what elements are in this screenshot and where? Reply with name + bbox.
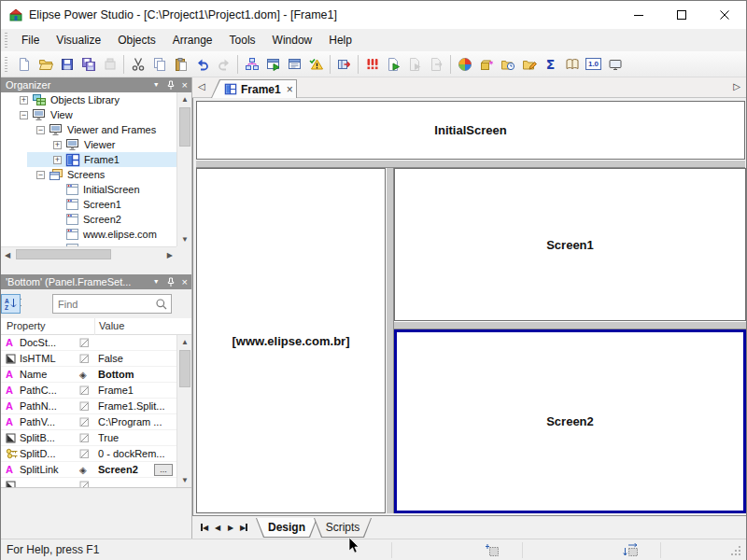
sum-icon[interactable]: Σ xyxy=(540,53,561,75)
scroll-right-icon[interactable]: ▶ xyxy=(167,251,173,259)
properties-panel-header[interactable]: 'Bottom' (Panel.FrameSet... ▼ × xyxy=(1,274,192,289)
register-icon[interactable] xyxy=(99,53,120,75)
export-frames-icon[interactable] xyxy=(333,53,355,75)
expand-icon[interactable]: + xyxy=(53,156,62,164)
domains-icon[interactable] xyxy=(454,53,475,75)
collapse-icon[interactable]: − xyxy=(36,126,45,134)
tab-scripts[interactable]: Scripts xyxy=(314,518,372,538)
close-icon[interactable]: × xyxy=(182,274,188,289)
pin-icon[interactable] xyxy=(166,80,176,91)
property-row-splitb[interactable]: SplitB...True xyxy=(1,430,176,446)
undo-icon[interactable] xyxy=(191,53,213,75)
new-object-icon[interactable] xyxy=(475,53,497,75)
cut-icon[interactable] xyxy=(127,53,148,75)
toolbar-grip[interactable] xyxy=(5,57,7,72)
scroll-left-icon[interactable]: ◀ xyxy=(5,251,10,259)
property-column-header[interactable]: Property xyxy=(7,320,46,331)
organizer-panel-header[interactable]: Organizer ▼ × xyxy=(1,77,192,92)
tab-design[interactable]: Design xyxy=(256,518,317,538)
menu-file[interactable]: File xyxy=(13,30,48,50)
gallery-edit-icon[interactable] xyxy=(518,53,540,75)
horizontal-splitter[interactable] xyxy=(394,321,746,329)
vertical-splitter[interactable] xyxy=(386,168,394,513)
property-row-partial[interactable] xyxy=(1,478,176,487)
scroll-up-icon[interactable]: ▲ xyxy=(177,95,192,104)
app-logo-icon[interactable] xyxy=(8,7,23,22)
chevron-down-icon[interactable]: ▼ xyxy=(153,77,160,92)
previous-page-button[interactable]: ◀ xyxy=(211,520,224,535)
tree-vertical-scrollbar[interactable]: ▲ ▼ xyxy=(176,92,192,246)
scroll-down-icon[interactable]: ▼ xyxy=(177,476,192,484)
decimal-icon[interactable]: 1.0 xyxy=(583,53,604,75)
gallery-clock-icon[interactable] xyxy=(497,53,518,75)
property-row-name[interactable]: AName◈Bottom xyxy=(1,367,176,383)
tree-item-www-elipse-com[interactable]: www.elipse.com xyxy=(1,227,176,242)
find-input[interactable] xyxy=(53,295,171,313)
maximize-button[interactable] xyxy=(660,2,703,29)
first-page-button[interactable]: ◀ xyxy=(198,520,211,535)
close-icon[interactable]: × xyxy=(182,77,188,92)
frame-pane-top[interactable]: InitialScreen xyxy=(196,101,745,160)
last-page-button[interactable]: ▶ xyxy=(237,520,250,535)
menu-window[interactable]: Window xyxy=(264,30,321,50)
tree-item-screen1[interactable]: Screen1 xyxy=(1,197,176,212)
frame-pane-left[interactable]: [www.elipse.com.br] xyxy=(196,168,386,513)
stop-icon[interactable] xyxy=(361,53,383,75)
minimize-button[interactable] xyxy=(617,2,660,29)
title-bar[interactable]: Elipse Power Studio - [C:\Project1\Proje… xyxy=(1,1,746,29)
redo-icon[interactable] xyxy=(213,53,234,75)
property-row-docst[interactable]: ADocSt... xyxy=(1,335,176,351)
collapse-icon[interactable]: − xyxy=(20,111,28,119)
property-row-pathc[interactable]: APathC...Frame1 xyxy=(1,383,176,399)
close-button[interactable] xyxy=(703,2,746,29)
property-row-ishtml[interactable]: IsHTMLFalse xyxy=(1,351,176,367)
menu-arrange[interactable]: Arrange xyxy=(164,30,221,50)
tree-item-screens[interactable]: −Screens xyxy=(1,167,176,182)
scroll-up-icon[interactable]: ▲ xyxy=(177,338,192,346)
menu-help[interactable]: Help xyxy=(320,30,360,50)
run-viewer-icon[interactable] xyxy=(262,53,284,75)
ellipsis-button[interactable]: ... xyxy=(154,464,173,476)
save-all-icon[interactable] xyxy=(78,53,99,75)
tree-item-frame1[interactable]: +Frame1 xyxy=(1,152,176,167)
menu-grip[interactable] xyxy=(5,33,7,48)
value-column-header[interactable]: Value xyxy=(99,320,124,331)
menu-visualize[interactable]: Visualize xyxy=(48,30,109,50)
scroll-down-icon[interactable]: ▼ xyxy=(177,235,192,244)
horizontal-splitter[interactable] xyxy=(196,160,745,168)
screens-gallery-icon[interactable] xyxy=(284,53,305,75)
tab-scroll-left-icon[interactable]: ◁ xyxy=(198,81,205,91)
expand-icon[interactable]: + xyxy=(20,96,28,105)
property-row-pathn[interactable]: APathN...Frame1.Split... xyxy=(1,399,176,414)
resize-grip[interactable] xyxy=(730,545,742,557)
run-application-icon[interactable] xyxy=(383,53,404,75)
menu-tools[interactable]: Tools xyxy=(221,30,264,50)
scrollbar-thumb[interactable] xyxy=(16,249,111,259)
scrollbar-thumb[interactable] xyxy=(179,107,190,147)
paste-icon[interactable] xyxy=(170,53,191,75)
copy-icon[interactable] xyxy=(148,53,170,75)
tab-frame1[interactable]: Frame1 × xyxy=(211,79,297,98)
properties-vertical-scrollbar[interactable]: ▲ ▼ xyxy=(176,335,192,487)
verify-icon[interactable] xyxy=(305,53,327,75)
search-icon[interactable] xyxy=(155,298,168,311)
property-row-splitlink[interactable]: ASplitLink◈Screen2... xyxy=(1,462,176,478)
library-icon[interactable] xyxy=(561,53,583,75)
new-document-icon[interactable] xyxy=(13,53,35,75)
tree-item-viewer[interactable]: +Viewer xyxy=(1,137,176,152)
alphabetical-sort-button[interactable]: AZ xyxy=(1,294,21,314)
next-page-button[interactable]: ▶ xyxy=(224,520,237,535)
tree-item-initialscreen[interactable]: InitialScreen xyxy=(1,182,176,197)
tree-item-view[interactable]: −View xyxy=(1,107,176,122)
frame-pane-screen1[interactable]: Screen1 xyxy=(394,168,746,321)
organizer-icon[interactable] xyxy=(241,53,262,75)
send-icon[interactable] xyxy=(426,53,447,75)
watch-icon[interactable] xyxy=(604,53,626,75)
open-folder-icon[interactable] xyxy=(35,53,56,75)
run-secondary-icon[interactable] xyxy=(404,53,426,75)
expand-icon[interactable]: + xyxy=(53,141,62,149)
property-row-pathv[interactable]: APathV...C:\Program ... xyxy=(1,414,176,430)
tree-item-objects-library[interactable]: +Objects Library xyxy=(1,92,176,107)
chevron-down-icon[interactable]: ▼ xyxy=(153,274,160,289)
property-row-splitd[interactable]: SplitD...0 - dockRem... xyxy=(1,446,176,462)
